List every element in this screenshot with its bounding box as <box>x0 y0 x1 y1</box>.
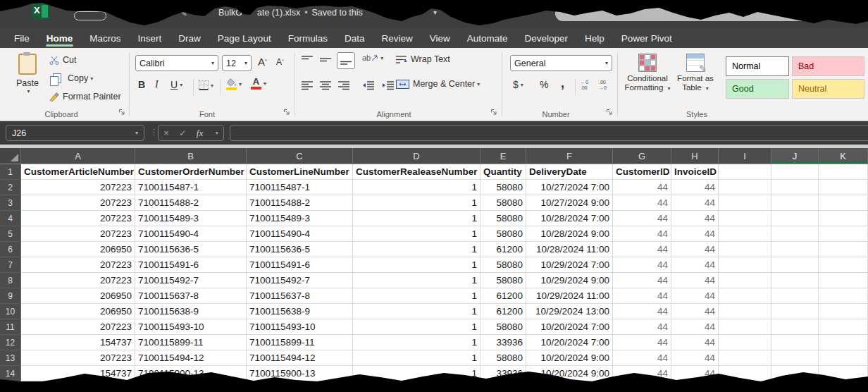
cell-D1[interactable]: CustomerRealeaseNumber <box>353 164 480 180</box>
cell-D6[interactable]: 1 <box>353 242 480 257</box>
cell-D8[interactable]: 1 <box>353 273 480 288</box>
cell-D3[interactable]: 1 <box>353 195 480 211</box>
decrease-decimal-button[interactable]: .00→0 <box>599 79 613 90</box>
cell-A5[interactable]: 207223 <box>21 226 135 242</box>
tab-file[interactable]: File <box>6 28 38 48</box>
cell-J12[interactable] <box>771 335 819 350</box>
col-header-H[interactable]: H <box>671 148 719 164</box>
italic-button[interactable]: I <box>155 79 159 90</box>
cell-K13[interactable] <box>819 350 868 366</box>
row-header-8[interactable]: 8 <box>0 273 21 288</box>
cell-I7[interactable] <box>719 257 771 273</box>
cell-B1[interactable]: CustomerOrderNumber <box>135 164 247 180</box>
align-middle-button[interactable] <box>320 55 331 65</box>
cell-K5[interactable] <box>819 226 868 242</box>
col-header-I[interactable]: I <box>719 148 771 164</box>
cell-G8[interactable]: 44 <box>613 273 671 288</box>
cell-J4[interactable] <box>771 211 819 226</box>
cell-K1[interactable] <box>819 164 868 180</box>
cell-A4[interactable]: 207223 <box>21 211 135 226</box>
align-bottom-button[interactable] <box>337 52 355 69</box>
cell-H1[interactable]: InvoiceID <box>671 164 719 180</box>
cell-C2[interactable]: 7100115487-1 <box>247 180 353 195</box>
cell-B10[interactable]: 7100115638-9 <box>135 304 247 319</box>
increase-decimal-button[interactable]: ←0.00 <box>581 79 595 90</box>
row-header-7[interactable]: 7 <box>0 257 21 273</box>
cell-F1[interactable]: DeliveryDate <box>526 164 613 180</box>
row-header-1[interactable]: 1 <box>0 164 21 180</box>
font-color-button[interactable]: A ▾ <box>251 78 266 90</box>
cell-G9[interactable]: 44 <box>613 288 671 304</box>
copy-button[interactable]: Copy ▾ <box>49 73 93 83</box>
search-box[interactable] <box>555 6 809 21</box>
cell-E9[interactable]: 61200 <box>480 288 526 304</box>
wrap-text-button[interactable]: Wrap Text <box>396 54 450 64</box>
cell-A13[interactable]: 207223 <box>21 350 135 366</box>
col-header-G[interactable]: G <box>613 148 671 164</box>
cancel-button[interactable]: × <box>163 128 169 138</box>
cell-E11[interactable]: 58080 <box>480 319 526 335</box>
tab-formulas[interactable]: Formulas <box>280 28 336 48</box>
cell-K10[interactable] <box>819 304 868 319</box>
row-header-13[interactable]: 13 <box>0 350 21 366</box>
cell-J13[interactable] <box>771 350 819 366</box>
row-header-2[interactable]: 2 <box>0 180 21 195</box>
cell-B5[interactable]: 7100115490-4 <box>135 226 247 242</box>
row-header-5[interactable]: 5 <box>0 226 21 242</box>
cell-G1[interactable]: CustomerID <box>613 164 671 180</box>
cell-A10[interactable]: 206950 <box>21 304 135 319</box>
cell-B2[interactable]: 7100115487-1 <box>135 180 247 195</box>
cell-I10[interactable] <box>719 304 771 319</box>
cell-H14[interactable]: 44 <box>671 366 719 381</box>
cell-F6[interactable]: 10/28/2024 11:00 <box>526 242 613 257</box>
tab-page-layout[interactable]: Page Layout <box>209 28 280 48</box>
style-normal[interactable]: Normal <box>726 56 789 76</box>
cell-H13[interactable]: 44 <box>671 350 719 366</box>
cell-H7[interactable]: 44 <box>671 257 719 273</box>
cell-E4[interactable]: 58080 <box>480 211 526 226</box>
cell-H2[interactable]: 44 <box>671 180 719 195</box>
row-header-12[interactable]: 12 <box>0 335 21 350</box>
cell-E6[interactable]: 61200 <box>480 242 526 257</box>
row-header-10[interactable]: 10 <box>0 304 21 319</box>
cell-C3[interactable]: 7100115488-2 <box>247 195 353 211</box>
font-dialog-launcher[interactable] <box>283 108 290 118</box>
cell-J11[interactable] <box>771 319 819 335</box>
cell-I5[interactable] <box>719 226 771 242</box>
paste-button[interactable]: Paste ▾ <box>11 54 44 94</box>
cell-E2[interactable]: 58080 <box>480 180 526 195</box>
percent-button[interactable]: % <box>540 79 548 90</box>
cell-G14[interactable]: 44 <box>613 366 671 381</box>
bold-button[interactable]: B <box>138 79 145 90</box>
decrease-indent-button[interactable] <box>362 80 374 90</box>
col-header-A[interactable]: A <box>21 148 135 164</box>
cell-H8[interactable]: 44 <box>671 273 719 288</box>
cell-I2[interactable] <box>719 180 771 195</box>
tab-help[interactable]: Help <box>576 28 613 48</box>
row-header-6[interactable]: 6 <box>0 242 21 257</box>
cell-K9[interactable] <box>819 288 868 304</box>
autosave-toggle[interactable] <box>74 11 106 20</box>
tab-macros[interactable]: Macros <box>81 28 129 48</box>
cell-B13[interactable]: 7100115494-12 <box>135 350 247 366</box>
cell-F4[interactable]: 10/28/2024 7:00 <box>526 211 613 226</box>
cell-K2[interactable] <box>819 180 868 195</box>
cell-H5[interactable]: 44 <box>671 226 719 242</box>
cell-A8[interactable]: 207223 <box>21 273 135 288</box>
underline-button[interactable]: U▾ <box>170 79 182 90</box>
cell-B4[interactable]: 7100115489-3 <box>135 211 247 226</box>
col-header-E[interactable]: E <box>480 148 526 164</box>
cell-C6[interactable]: 7100115636-5 <box>247 242 353 257</box>
cell-G5[interactable]: 44 <box>613 226 671 242</box>
clipboard-dialog-launcher[interactable] <box>118 108 125 118</box>
cell-I9[interactable] <box>719 288 771 304</box>
cell-B9[interactable]: 7100115637-8 <box>135 288 247 304</box>
cell-J3[interactable] <box>771 195 819 211</box>
cell-A6[interactable]: 206950 <box>21 242 135 257</box>
tab-data[interactable]: Data <box>336 28 373 48</box>
tab-power-pivot[interactable]: Power Pivot <box>613 28 681 48</box>
cell-B6[interactable]: 7100115636-5 <box>135 242 247 257</box>
cell-H12[interactable]: 44 <box>671 335 719 350</box>
cell-F9[interactable]: 10/29/2024 11:00 <box>526 288 613 304</box>
cell-E13[interactable]: 58080 <box>480 350 526 366</box>
